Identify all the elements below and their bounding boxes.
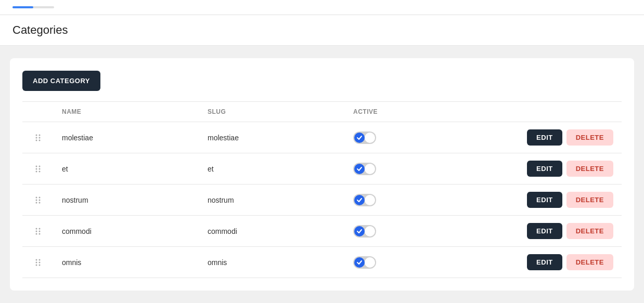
- delete-button[interactable]: DELETE: [566, 254, 613, 270]
- progress-fill: [12, 6, 33, 8]
- drag-handle-cell: [22, 185, 54, 216]
- toggle-container: [353, 163, 420, 175]
- svg-point-6: [36, 165, 37, 167]
- row-name: commodi: [54, 216, 199, 247]
- row-slug: molestiae: [199, 122, 345, 153]
- table-row: etet EDIT DELETE: [22, 153, 622, 185]
- actions-cell: EDIT DELETE: [436, 254, 613, 270]
- toggle-switch[interactable]: [353, 163, 376, 175]
- delete-button[interactable]: DELETE: [566, 161, 613, 177]
- svg-point-19: [39, 228, 41, 229]
- toggle-track: [353, 256, 376, 269]
- row-slug: omnis: [199, 247, 345, 278]
- svg-point-27: [39, 261, 41, 263]
- edit-button[interactable]: EDIT: [527, 129, 562, 146]
- toggle-check-icon: [354, 195, 365, 205]
- drag-handle-cell: [22, 216, 54, 247]
- svg-point-20: [36, 230, 37, 232]
- row-actions: EDIT DELETE: [428, 216, 622, 247]
- table-header: NAME SLUG ACTIVE: [22, 102, 622, 122]
- content-area: ADD CATEGORY NAME SLUG ACTIVE: [0, 46, 644, 303]
- row-slug: et: [199, 153, 345, 185]
- toggle-check-icon: [354, 164, 365, 174]
- toggle-container: [353, 256, 420, 269]
- delete-button[interactable]: DELETE: [566, 129, 613, 146]
- actions-cell: EDIT DELETE: [436, 161, 613, 177]
- toggle-thumb: [365, 164, 375, 174]
- svg-point-12: [36, 196, 37, 198]
- svg-point-23: [39, 233, 41, 234]
- categories-card: ADD CATEGORY NAME SLUG ACTIVE: [10, 58, 634, 291]
- svg-point-28: [36, 264, 37, 266]
- svg-point-10: [36, 170, 37, 172]
- svg-point-7: [39, 165, 41, 167]
- categories-table: NAME SLUG ACTIVE molestiaemolestiae: [22, 101, 622, 278]
- edit-button[interactable]: EDIT: [527, 192, 562, 208]
- svg-point-29: [39, 264, 41, 266]
- actions-cell: EDIT DELETE: [436, 129, 613, 146]
- toggle-track: [353, 131, 376, 144]
- toggle-container: [353, 131, 420, 144]
- toggle-track: [353, 163, 376, 175]
- drag-handle-icon[interactable]: [31, 195, 45, 205]
- toggle-check-icon: [354, 226, 365, 236]
- toggle-switch[interactable]: [353, 256, 376, 269]
- row-actions: EDIT DELETE: [428, 153, 622, 185]
- toggle-container: [353, 225, 420, 238]
- svg-point-26: [36, 261, 37, 263]
- svg-point-16: [36, 202, 37, 203]
- row-actions: EDIT DELETE: [428, 185, 622, 216]
- row-active: [345, 153, 428, 185]
- row-name: omnis: [54, 247, 199, 278]
- row-name: molestiae: [54, 122, 199, 153]
- row-name: nostrum: [54, 185, 199, 216]
- row-actions: EDIT DELETE: [428, 247, 622, 278]
- svg-point-9: [39, 168, 41, 169]
- drag-handle-cell: [22, 247, 54, 278]
- progress-bar: [12, 6, 54, 8]
- col-drag-header: [22, 102, 54, 122]
- svg-point-24: [36, 259, 37, 260]
- row-active: [345, 247, 428, 278]
- drag-handle-icon[interactable]: [31, 226, 45, 236]
- svg-point-17: [39, 202, 41, 203]
- add-category-button[interactable]: ADD CATEGORY: [22, 71, 100, 91]
- col-slug-header: SLUG: [199, 102, 345, 122]
- delete-button[interactable]: DELETE: [566, 223, 613, 239]
- page-title-text: Categories: [12, 23, 68, 36]
- svg-point-14: [36, 199, 37, 201]
- progress-bar-container: [12, 6, 54, 8]
- row-active: [345, 216, 428, 247]
- row-active: [345, 122, 428, 153]
- toggle-thumb: [365, 133, 375, 143]
- toggle-check-icon: [354, 133, 365, 143]
- svg-point-0: [36, 134, 37, 136]
- svg-point-4: [36, 139, 37, 141]
- svg-point-21: [39, 230, 41, 232]
- row-active: [345, 185, 428, 216]
- toggle-switch[interactable]: [353, 225, 376, 238]
- edit-button[interactable]: EDIT: [527, 223, 562, 239]
- col-active-header: ACTIVE: [345, 102, 428, 122]
- drag-handle-icon[interactable]: [31, 133, 45, 143]
- svg-point-25: [39, 259, 41, 260]
- edit-button[interactable]: EDIT: [527, 254, 562, 270]
- row-slug: commodi: [199, 216, 345, 247]
- toggle-thumb: [365, 226, 375, 236]
- delete-button[interactable]: DELETE: [566, 192, 613, 208]
- drag-handle-icon[interactable]: [31, 164, 45, 174]
- row-actions: EDIT DELETE: [428, 122, 622, 153]
- drag-handle-icon[interactable]: [31, 257, 45, 268]
- col-actions-header: [428, 102, 622, 122]
- svg-point-1: [39, 134, 41, 136]
- svg-point-3: [39, 137, 41, 138]
- actions-cell: EDIT DELETE: [436, 223, 613, 239]
- edit-button[interactable]: EDIT: [527, 161, 562, 177]
- svg-point-8: [36, 168, 37, 169]
- toggle-container: [353, 194, 420, 206]
- toggle-switch[interactable]: [353, 194, 376, 206]
- svg-point-22: [36, 233, 37, 234]
- toggle-switch[interactable]: [353, 131, 376, 144]
- table-row: molestiaemolestiae EDIT DELETE: [22, 122, 622, 153]
- svg-point-2: [36, 137, 37, 138]
